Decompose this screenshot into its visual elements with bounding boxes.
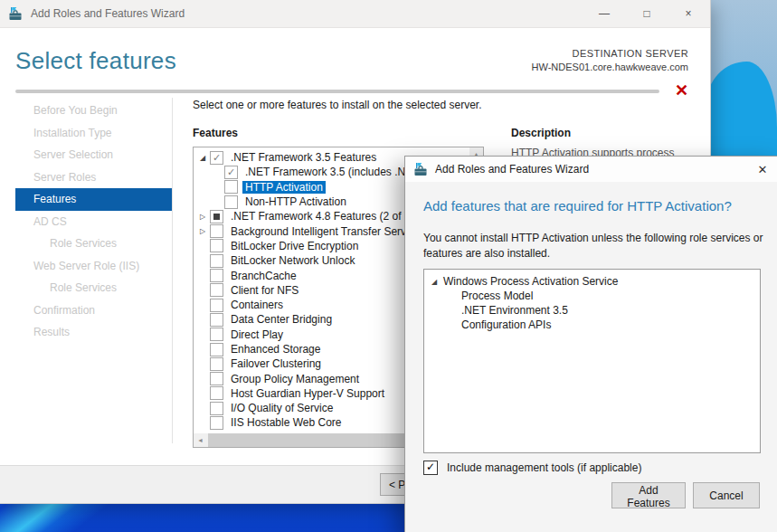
- required-feature-label: Configuration APIs: [459, 318, 554, 331]
- dialog-close-button[interactable]: ✕: [747, 157, 777, 182]
- sidebar-item-confirmation[interactable]: Confirmation: [15, 299, 172, 322]
- feature-checkbox-unchecked[interactable]: [210, 402, 223, 415]
- minimize-button[interactable]: —: [586, 0, 622, 27]
- feature-label: BranchCache: [228, 270, 299, 282]
- server-manager-toolbox-icon: [413, 162, 428, 176]
- feature-label: .NET Framework 4.8 Features (2 of 7: [228, 210, 413, 223]
- include-management-tools-checkbox[interactable]: ✓: [423, 461, 438, 475]
- dialog-title: Add Roles and Features Wizard: [435, 163, 589, 176]
- feature-label: Client for NFS: [228, 284, 301, 297]
- feature-checkbox-checked[interactable]: ✓: [210, 151, 223, 165]
- feature-label: Group Policy Management: [228, 373, 362, 385]
- sidebar-separator: [172, 98, 173, 443]
- feature-label: Containers: [228, 299, 286, 311]
- feature-label: IIS Hostable Web Core: [228, 416, 345, 429]
- feature-checkbox-unchecked[interactable]: [210, 269, 223, 282]
- feature-checkbox-unchecked[interactable]: [210, 224, 223, 238]
- feature-label: Host Guardian Hyper-V Support: [228, 387, 387, 400]
- feature-label: Direct Play: [228, 328, 286, 341]
- required-features-dialog: Add Roles and Features Wizard ✕ Add feat…: [404, 156, 777, 532]
- include-management-tools-row[interactable]: ✓ Include management tools (if applicabl…: [423, 461, 641, 475]
- feature-checkbox-indeterminate[interactable]: [210, 210, 223, 223]
- sidebar-item-server-roles[interactable]: Server Roles: [15, 166, 172, 189]
- feature-checkbox-unchecked[interactable]: [210, 299, 223, 312]
- add-features-button[interactable]: Add Features: [611, 482, 686, 508]
- required-feature-row[interactable]: ◢Windows Process Activation Service: [428, 274, 758, 289]
- feature-checkbox-unchecked[interactable]: [210, 416, 223, 430]
- sidebar-item-installation-type[interactable]: Installation Type: [15, 122, 172, 145]
- description-title: Description: [511, 127, 571, 139]
- required-features-tree: ◢Windows Process Activation ServiceProce…: [428, 274, 758, 332]
- sidebar-item-ad-cs[interactable]: AD CS: [15, 211, 172, 233]
- feature-label: HTTP Activation: [242, 181, 326, 194]
- features-list-label: Features: [193, 127, 238, 139]
- dialog-heading: Add features that are required for HTTP …: [423, 198, 732, 214]
- window-title: Add Roles and Features Wizard: [31, 7, 185, 20]
- destination-server-block: DESTINATION SERVER HW-NDES01.core.hawkwe…: [532, 48, 688, 72]
- screen: Add Roles and Features Wizard — □ × Sele…: [0, 0, 777, 532]
- feature-label: BitLocker Network Unlock: [228, 254, 357, 267]
- required-feature-label: Process Model: [459, 290, 535, 302]
- sidebar-item-features[interactable]: Features: [15, 188, 172, 211]
- feature-label: Data Center Bridging: [228, 313, 335, 326]
- feature-checkbox-checked[interactable]: ✓: [224, 166, 238, 179]
- feature-label: BitLocker Drive Encryption: [228, 240, 361, 252]
- feature-checkbox-unchecked[interactable]: [224, 195, 238, 209]
- feature-checkbox-unchecked[interactable]: [210, 283, 223, 297]
- wallpaper-shape: [706, 62, 777, 161]
- feature-label: I/O Quality of Service: [228, 402, 336, 414]
- expanded-arrow-icon[interactable]: ◢: [195, 154, 210, 162]
- feature-label: Background Intelligent Transfer Serv: [228, 225, 409, 238]
- wizard-sidebar: Before You BeginInstallation TypeServer …: [15, 100, 172, 344]
- dialog-body-text: You cannot install HTTP Activation unles…: [423, 231, 769, 261]
- maximize-button[interactable]: □: [629, 0, 665, 27]
- destination-server-name: HW-NDES01.core.hawkweave.com: [532, 62, 688, 72]
- header-divider: [15, 90, 659, 93]
- feature-checkbox-unchecked[interactable]: [210, 254, 223, 268]
- sidebar-item-role-services[interactable]: Role Services: [15, 233, 172, 255]
- feature-checkbox-unchecked[interactable]: [210, 372, 223, 385]
- feature-label: Non-HTTP Activation: [242, 195, 349, 208]
- required-features-listbox[interactable]: ◢Windows Process Activation ServiceProce…: [423, 269, 761, 453]
- feature-checkbox-unchecked[interactable]: [210, 313, 223, 327]
- feature-label: .NET Framework 3.5 (includes .NE: [242, 166, 415, 178]
- dialog-titlebar[interactable]: Add Roles and Features Wizard ✕: [405, 157, 777, 182]
- feature-checkbox-unchecked[interactable]: [210, 357, 223, 371]
- scroll-left-icon[interactable]: ◄: [194, 433, 207, 447]
- collapsed-arrow-icon[interactable]: ▷: [195, 213, 210, 221]
- required-feature-row[interactable]: .NET Environment 3.5: [428, 303, 758, 318]
- window-titlebar[interactable]: Add Roles and Features Wizard — □ ×: [0, 0, 710, 28]
- sidebar-item-role-services[interactable]: Role Services: [15, 277, 172, 299]
- required-feature-label: .NET Environment 3.5: [459, 304, 571, 317]
- required-feature-row[interactable]: Configuration APIs: [428, 318, 758, 332]
- collapsed-arrow-icon[interactable]: ▷: [195, 227, 210, 235]
- sidebar-item-before-you-begin[interactable]: Before You Begin: [15, 100, 172, 122]
- required-feature-row[interactable]: Process Model: [428, 289, 758, 303]
- close-button[interactable]: ×: [670, 0, 706, 27]
- include-management-tools-label: Include management tools (if applicable): [447, 461, 641, 474]
- page-title: Select features: [15, 47, 176, 75]
- instruction-text: Select one or more features to install o…: [193, 99, 482, 111]
- feature-checkbox-unchecked[interactable]: [210, 328, 223, 341]
- feature-checkbox-unchecked[interactable]: [210, 239, 223, 252]
- feature-label: Failover Clustering: [228, 357, 324, 370]
- validation-error-icon: ✕: [675, 81, 688, 100]
- feature-label: .NET Framework 3.5 Features: [228, 151, 379, 164]
- feature-checkbox-unchecked[interactable]: [224, 180, 238, 194]
- destination-server-label: DESTINATION SERVER: [532, 48, 688, 59]
- expanded-arrow-icon[interactable]: ◢: [428, 278, 441, 286]
- cancel-button[interactable]: Cancel: [693, 482, 760, 508]
- sidebar-item-results[interactable]: Results: [15, 321, 172, 344]
- sidebar-item-web-server-role-iis[interactable]: Web Server Role (IIS): [15, 255, 172, 278]
- feature-checkbox-unchecked[interactable]: [210, 343, 223, 356]
- feature-checkbox-unchecked[interactable]: [210, 386, 223, 400]
- feature-label: Enhanced Storage: [228, 343, 323, 356]
- sidebar-item-server-selection[interactable]: Server Selection: [15, 144, 172, 166]
- server-manager-toolbox-icon: [8, 6, 23, 21]
- required-feature-label: Windows Process Activation Service: [441, 275, 621, 288]
